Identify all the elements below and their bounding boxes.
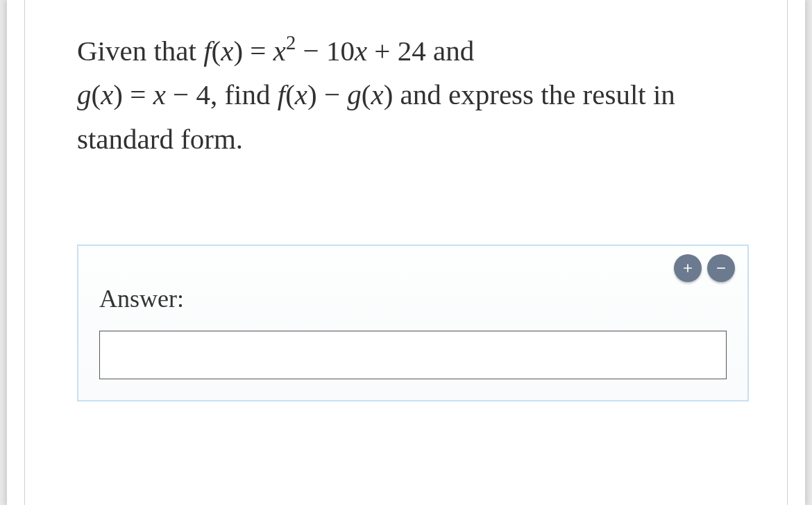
q-prefix: Given that — [77, 35, 203, 67]
q-g-eq: g(x) = x − 4 — [77, 78, 210, 110]
minus-icon — [714, 261, 728, 275]
question-text: Given that f(x) = x2 − 10x + 24 and g(x)… — [77, 28, 749, 161]
zoom-out-button[interactable] — [707, 254, 735, 282]
page-inner: Given that f(x) = x2 − 10x + 24 and g(x)… — [24, 0, 788, 505]
q-and: and — [426, 35, 474, 67]
zoom-in-button[interactable] — [674, 254, 702, 282]
plus-icon — [681, 261, 695, 275]
q-f-eq: f(x) = x2 − 10x + 24 — [203, 35, 426, 67]
answer-controls — [674, 254, 735, 282]
q-find: , find — [210, 78, 278, 110]
page-outer: Given that f(x) = x2 − 10x + 24 and g(x)… — [7, 0, 805, 505]
answer-box: Answer: — [77, 245, 749, 401]
q-fg-expr: f(x) − g(x) — [278, 78, 394, 110]
answer-label: Answer: — [99, 284, 727, 313]
answer-input[interactable] — [99, 331, 727, 379]
